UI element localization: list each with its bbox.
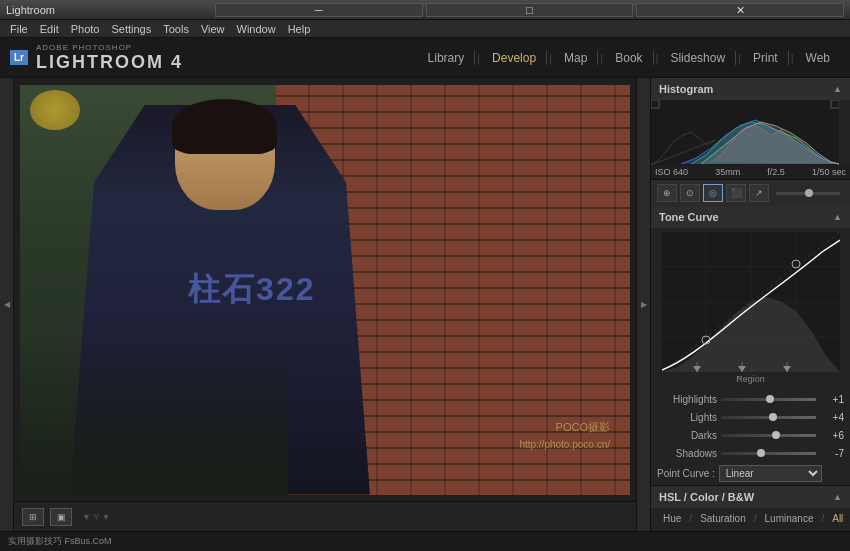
tone-curve-toggle-icon: ▲ — [833, 212, 842, 222]
menu-photo[interactable]: Photo — [65, 23, 106, 35]
module-web[interactable]: Web — [796, 51, 840, 65]
module-develop[interactable]: Develop — [482, 51, 547, 65]
lights-label: Lights — [657, 412, 717, 423]
histogram-label: Histogram — [659, 83, 713, 95]
menu-tools[interactable]: Tools — [157, 23, 195, 35]
highlights-slider[interactable] — [721, 398, 816, 401]
spot-removal[interactable]: ⊙ — [680, 184, 700, 202]
shutter-info: 1/50 sec — [812, 167, 846, 177]
hsl-label: HSL / Color / B&W — [659, 491, 754, 503]
highlights-value: +1 — [820, 394, 844, 405]
app-name: LIGHTROOM 4 — [36, 52, 183, 73]
menu-bar: File Edit Photo Settings Tools View Wind… — [0, 20, 850, 38]
darks-row: Darks +6 — [651, 426, 850, 444]
module-slideshow[interactable]: Slideshow — [660, 51, 736, 65]
lights-slider[interactable] — [721, 416, 816, 419]
right-panel-toggle[interactable]: ▶ — [636, 78, 650, 531]
hsl-section: HSL / Color / B&W ▲ Hue / Saturation / L… — [651, 486, 850, 531]
menu-settings[interactable]: Settings — [105, 23, 157, 35]
menu-view[interactable]: View — [195, 23, 231, 35]
watermark-poco: POCO摄影 — [556, 420, 610, 435]
hsl-tab-all[interactable]: All — [828, 512, 847, 525]
zoom-label: ▼ Y ▼ — [82, 512, 111, 522]
app-subtitle: ADOBE PHOTOSHOP — [36, 43, 183, 52]
grad-filter[interactable]: ⬛ — [726, 184, 746, 202]
adj-brush[interactable]: ↗ — [749, 184, 769, 202]
hsl-toggle-icon: ▲ — [833, 492, 842, 502]
menu-window[interactable]: Window — [231, 23, 282, 35]
camera-info: ISO 640 35mm f/2.5 1/50 sec — [651, 165, 850, 179]
highlights-row: Highlights +1 — [651, 390, 850, 408]
hsl-content: Hue Red 0 — [651, 529, 850, 531]
module-print[interactable]: Print — [743, 51, 789, 65]
tone-curve-sliders: Highlights +1 Lights +4 Darks — [651, 390, 850, 462]
hsl-tab-saturation[interactable]: Saturation — [696, 512, 750, 525]
maximize-button[interactable]: □ — [426, 3, 634, 17]
point-curve-label: Point Curve : — [657, 468, 715, 479]
menu-edit[interactable]: Edit — [34, 23, 65, 35]
histogram-graph — [651, 100, 839, 165]
aperture-info: f/2.5 — [767, 167, 785, 177]
point-curve-row: Point Curve : Linear Medium Contrast Str… — [651, 462, 850, 485]
tone-curve-header[interactable]: Tone Curve ▲ — [651, 206, 850, 228]
darks-value: +6 — [820, 430, 844, 441]
menu-file[interactable]: File — [4, 23, 34, 35]
hsl-tab-luminance[interactable]: Luminance — [761, 512, 818, 525]
hsl-tab-hue[interactable]: Hue — [659, 512, 685, 525]
shadows-value: -7 — [820, 448, 844, 459]
filmstrip-bar: ⊞ ▣ ▼ Y ▼ — [14, 501, 636, 531]
left-panel-toggle[interactable]: ◀ — [0, 78, 14, 531]
top-nav: Lr ADOBE PHOTOSHOP LIGHTROOM 4 Library |… — [0, 38, 850, 78]
lights-value: +4 — [820, 412, 844, 423]
iso-info: ISO 640 — [655, 167, 688, 177]
lights-row: Lights +4 — [651, 408, 850, 426]
focal-info: 35mm — [715, 167, 740, 177]
darks-slider[interactable] — [721, 434, 816, 437]
darks-label: Darks — [657, 430, 717, 441]
hsl-tabs: Hue / Saturation / Luminance / All — [651, 508, 850, 529]
crop-tool[interactable]: ⊕ — [657, 184, 677, 202]
histogram-section: Histogram ▲ — [651, 78, 850, 180]
tone-curve-section: Tone Curve ▲ — [651, 206, 850, 486]
status-bar: 实用摄影技巧 FsBus.CoM — [0, 531, 850, 551]
menu-help[interactable]: Help — [282, 23, 317, 35]
close-button[interactable]: ✕ — [636, 3, 844, 17]
module-library[interactable]: Library — [418, 51, 476, 65]
lr-logo: Lr — [10, 50, 28, 65]
app-title-text: Lightroom — [6, 4, 212, 16]
red-eye[interactable]: ◎ — [703, 184, 723, 202]
histogram-toggle-icon: ▲ — [833, 84, 842, 94]
highlights-label: Highlights — [657, 394, 717, 405]
tone-curve-label: Tone Curve — [659, 211, 719, 223]
shadows-slider[interactable] — [721, 452, 816, 455]
module-map[interactable]: Map — [554, 51, 598, 65]
center-area: 柱石322 POCO摄影 http://photo.poco.cn/ ⊞ ▣ ▼… — [14, 78, 636, 531]
title-bar: Lightroom ─ □ ✕ — [0, 0, 850, 20]
minimize-button[interactable]: ─ — [215, 3, 423, 17]
shadows-label: Shadows — [657, 448, 717, 459]
filmstrip-toggle[interactable]: ⊞ — [22, 508, 44, 526]
point-curve-select[interactable]: Linear Medium Contrast Strong Contrast — [719, 465, 822, 482]
right-panel: Histogram ▲ — [650, 78, 850, 531]
watermark-url: http://photo.poco.cn/ — [519, 439, 610, 450]
curve-region-label: Region — [655, 372, 846, 386]
photo-display: 柱石322 POCO摄影 http://photo.poco.cn/ — [20, 85, 630, 495]
view-loupe[interactable]: ▣ — [50, 508, 72, 526]
tool-strip: ⊕ ⊙ ◎ ⬛ ↗ — [651, 180, 850, 206]
shadows-row: Shadows -7 — [651, 444, 850, 462]
tone-curve-graph — [662, 232, 840, 372]
hsl-header[interactable]: HSL / Color / B&W ▲ — [651, 486, 850, 508]
main-layout: ◀ — [0, 78, 850, 531]
module-book[interactable]: Book — [605, 51, 653, 65]
bottom-watermark: 实用摄影技巧 FsBus.CoM — [8, 535, 112, 548]
photo-container: 柱石322 POCO摄影 http://photo.poco.cn/ — [14, 78, 636, 501]
histogram-header[interactable]: Histogram ▲ — [651, 78, 850, 100]
photo-watermark: 柱石322 — [188, 268, 315, 312]
module-nav: Library | Develop | Map | Book | Slidesh… — [418, 51, 840, 65]
